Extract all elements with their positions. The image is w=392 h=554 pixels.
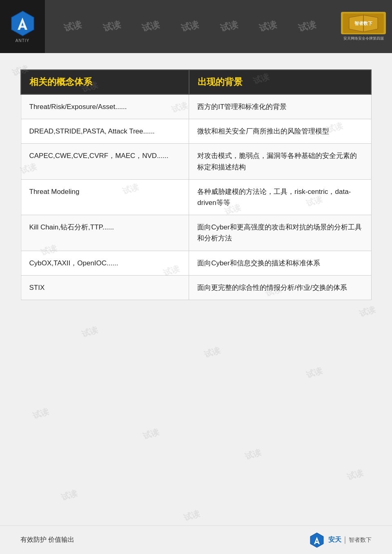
table-row: Threat/Risk/Exposure/Asset......西方的IT管理和… [21,94,371,119]
table-row: Kill Chain,钻石分析,TTP......面向Cyber和更高强度的攻击… [21,215,371,251]
watermark-item: 试读 [244,447,263,463]
footer-right: 安天 智者数下 [309,532,372,548]
table-cell-concept: Threat Modeling [21,179,189,215]
footer-left-text: 有效防护 价值输出 [20,536,74,544]
watermark-item: 试读 [203,345,222,360]
footer: 有效防护 价值输出 安天 智者数下 [0,525,392,554]
table-cell-concept: Kill Chain,钻石分析,TTP...... [21,215,189,251]
header-wm-1: 试读 [62,18,83,35]
table-cell-background: 各种威胁建模的方法论，工具，risk-centric，data-driven等等 [189,179,371,215]
header-wm-2: 试读 [101,18,122,35]
table-header-row: 相关的概念体系 出现的背景 [21,70,371,94]
watermark-item: 试读 [31,406,51,422]
table-cell-background: 西方的IT管理和标准化的背景 [189,94,371,119]
col1-header: 相关的概念体系 [21,70,189,94]
table-cell-concept: CAPEC,CWE,CVE,CVRF，MAEC，NVD...... [21,144,189,179]
concept-table: 相关的概念体系 出现的背景 Threat/Risk/Exposure/Asset… [20,69,372,300]
watermark-item: 试读 [80,324,100,340]
brand-logo-icon: 智者数下 [343,13,384,33]
header-wm-4: 试读 [180,18,200,35]
table-cell-background: 对攻击模式，脆弱点，漏洞等各种基础的安全元素的标定和描述结构 [189,144,371,179]
svg-marker-0 [11,11,34,36]
footer-brand-antiy: 安天 [328,536,341,544]
header-subtitle: 安天网络安全令牌第四届 [343,36,384,41]
logo-block: ANTIY [0,0,45,53]
table-cell-concept: Threat/Risk/Exposure/Asset...... [21,94,189,119]
table-row: CybOX,TAXII，OpenIOC......面向Cyber和信息交换的描述… [21,251,371,275]
header-wm-5: 试读 [219,18,239,35]
table-cell-concept: DREAD,STRIDE,PASTA, Attack Tree...... [21,119,189,144]
table-row: Threat Modeling各种威胁建模的方法论，工具，risk-centri… [21,179,371,215]
svg-marker-3 [310,533,323,547]
antiy-logo-icon [9,10,36,37]
header-wm-7: 试读 [297,18,317,35]
watermark-item: 试读 [183,508,202,524]
watermark-item: 试读 [60,487,79,503]
table-row: DREAD,STRIDE,PASTA, Attack Tree......微软和… [21,119,371,144]
table-row: STIX面向更完整的综合性的情报分析/作业/交换的体系 [21,275,371,300]
table-cell-concept: STIX [21,275,189,300]
table-cell-background: 面向Cyber和信息交换的描述和标准体系 [189,251,371,275]
footer-antiy-icon [309,532,325,548]
table-cell-background: 面向Cyber和更高强度的攻击和对抗的场景的分析工具和分析方法 [189,215,371,251]
header-right-logo: 智者数下 [341,12,386,34]
table-cell-background: 微软和相关安全厂商所推出的风险管理模型 [189,119,371,144]
header-wm-6: 试读 [258,18,278,35]
col2-header: 出现的背景 [189,70,371,94]
header-watermarks: 试读 试读 试读 试读 试读 试读 试读 [45,20,335,33]
logo-label: ANTIY [16,38,29,43]
footer-brand-tagline: 智者数下 [345,536,372,544]
watermark-item: 试读 [305,365,324,381]
table-cell-background: 面向更完整的综合性的情报分析/作业/交换的体系 [189,275,371,300]
watermark-item: 试读 [346,467,365,483]
svg-text:智者数下: 智者数下 [354,21,373,26]
table-row: CAPEC,CWE,CVE,CVRF，MAEC，NVD......对攻击模式，脆… [21,144,371,179]
watermark-item: 试读 [142,426,161,442]
header: ANTIY 试读 试读 试读 试读 试读 试读 试读 智者数下 安天网络安全令牌… [0,0,392,53]
main-content: 相关的概念体系 出现的背景 Threat/Risk/Exposure/Asset… [0,53,392,312]
header-right: 智者数下 安天网络安全令牌第四届 [335,0,392,53]
table-cell-concept: CybOX,TAXII，OpenIOC...... [21,251,189,275]
header-wm-3: 试读 [140,18,161,35]
